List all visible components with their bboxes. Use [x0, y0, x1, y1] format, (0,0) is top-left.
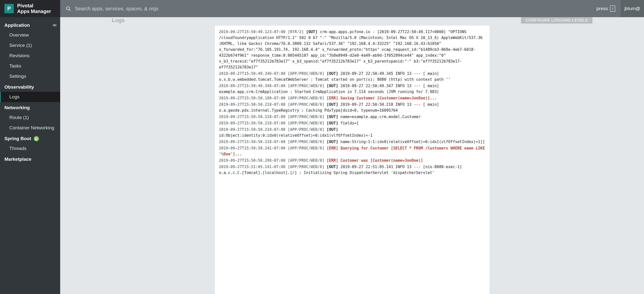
nav-group-label: Observability: [4, 84, 34, 90]
log-line: 2019-09-27T15:50:50.218-07:00 [APP/PROC/…: [219, 102, 485, 113]
panel-header-row: Logs CONFIGURE LOGGING LEVELS: [70, 17, 634, 23]
brand-block: P Pivotal Apps Manager: [0, 0, 60, 17]
log-tag-out: [OUT]: [327, 84, 340, 88]
log-timestamp: 2019-09-27T15:50:50.218-07:00: [219, 115, 286, 119]
log-source: [APP/PROC/WEB/0]: [286, 96, 327, 100]
log-source: [APP/PROC/WEB/0]: [286, 146, 327, 150]
log-timestamp: 2019-09-27T15:50:50.241-07:00: [219, 146, 286, 150]
log-message: name:String:1:1:idx0(relativeOffset)=0:i…: [340, 140, 485, 144]
log-source: [APP/PROC/WEB/0]: [286, 71, 327, 76]
svg-line-1: [69, 9, 70, 11]
log-timestamp: 2019-09-27T15:50:50.218-07:00: [219, 127, 286, 132]
log-tag-err: [ERR]: [327, 96, 340, 100]
main: Logs CONFIGURE LOGGING LEVELS 2019-09-27…: [60, 17, 644, 294]
slash-key-icon: /: [610, 5, 615, 12]
log-message: Customer was [Customer(name=JonDoe)]: [340, 158, 423, 163]
press-hint: press /: [596, 5, 615, 12]
spring-icon: ⏻: [34, 136, 39, 141]
log-timestamp: 2019-09-27T15:50:50.218-07:00: [219, 102, 286, 107]
log-line: 2019-09-27T15:50:49.348-07:00 [APP/PROC/…: [219, 83, 485, 95]
nav-group-label: Marketplace: [4, 157, 32, 162]
log-source: [APP/PROC/WEB/0]: [286, 84, 327, 88]
log-tag-out: [OUT]: [327, 121, 340, 125]
nav-group-label: Application: [4, 22, 30, 28]
brand-line1: Pivotal: [17, 3, 51, 8]
log-timestamp: 2019-09-27T15:50:50.180-07:00: [219, 96, 286, 100]
log-line: 2019-09-27T15:50:50.218-07:00 [APP/PROC/…: [219, 114, 485, 120]
log-source: [APP/PROC/WEB/0]: [286, 102, 327, 107]
search-icon: [66, 6, 71, 11]
nav-group-networking[interactable]: Networking: [0, 102, 60, 112]
configure-logging-button[interactable]: CONFIGURE LOGGING LEVELS: [521, 17, 592, 23]
user-menu[interactable]: jblum@: [621, 0, 644, 17]
sidebar-item-threads[interactable]: Threads: [0, 143, 60, 154]
nav-group-observability[interactable]: Observability: [0, 81, 60, 92]
log-message: crm-app.apps.pcfone.io - [2019-09-27T22:…: [219, 30, 483, 69]
nav-group-label: Networking: [4, 105, 30, 110]
log-message: fields=[: [340, 121, 359, 125]
log-line: 2019-09-27T15:50:50.218-07:00 [APP/PROC/…: [219, 139, 485, 145]
sidebar-item-settings[interactable]: Settings: [0, 71, 60, 81]
search-input[interactable]: [75, 6, 593, 11]
brand-line2: Apps Manager: [17, 8, 51, 14]
sidebar-item-overview[interactable]: Overview: [0, 30, 60, 40]
log-timestamp: 2019-09-27T15:50:50.218-07:00: [219, 121, 286, 125]
log-line: 2019-09-27T15:50:50.180-07:00 [APP/PROC/…: [219, 95, 485, 101]
log-line: 2019-09-27T15:50:49.346-07:00 [APP/PROC/…: [219, 71, 485, 82]
sidebar-item-tasks[interactable]: Tasks: [0, 61, 60, 71]
log-timestamp: 2019-09-27T15:51:05.141-07:00: [219, 165, 286, 169]
sidebar-item-service-1-[interactable]: Service (1): [0, 40, 60, 50]
log-message: id:Object:identity:0:idx0(relativeOffset…: [219, 133, 372, 138]
sidebar: Application<<OverviewService (1)Revision…: [0, 17, 60, 294]
sidebar-item-container-networking[interactable]: Container Networking: [0, 123, 60, 133]
log-source: [APP/PROC/WEB/0]: [286, 165, 327, 169]
log-line: 2019-09-27T15:50:50.218-07:00 [APP/PROC/…: [219, 127, 485, 138]
log-line: 2019-09-27T15:51:05.141-07:00 [APP/PROC/…: [219, 164, 485, 176]
nav-group-application[interactable]: Application<<: [0, 20, 60, 30]
brand-logo: P: [4, 4, 14, 13]
log-line: 2019-09-27T15:50:50.218-07:00 [APP/PROC/…: [219, 120, 485, 126]
log-tag-out: [OUT]: [327, 140, 340, 144]
nav-group-spring-boot[interactable]: Spring Boot⏻: [0, 133, 60, 143]
log-tag-out: [OUT]: [327, 71, 340, 76]
log-tag-err: [ERR]: [327, 146, 340, 150]
log-timestamp: 2019-09-27T15:50:50.288-07:00: [219, 158, 286, 163]
topbar: P Pivotal Apps Manager press / jblum@: [0, 0, 644, 17]
log-source: [RTR/2]: [286, 30, 306, 34]
log-tag-out: [OUT]: [327, 127, 338, 132]
log-line: 2019-09-27T15:50:49.123-07:00 [RTR/2] [O…: [219, 29, 485, 70]
log-source: [APP/PROC/WEB/0]: [286, 127, 327, 132]
log-message: name=example.app.crm.model.Customer: [340, 115, 421, 119]
log-message: Saving Customer [Customer(name=JonDoe)].…: [340, 96, 437, 100]
log-source: [APP/PROC/WEB/0]: [286, 115, 327, 119]
nav-group-label: Spring Boot: [4, 136, 31, 141]
log-tag-err: [ERR]: [327, 158, 340, 163]
log-source: [APP/PROC/WEB/0]: [286, 121, 327, 125]
log-tag-out: [OUT]: [327, 165, 340, 169]
log-timestamp: 2019-09-27T15:50:49.346-07:00: [219, 71, 286, 76]
collapse-icon[interactable]: <<: [52, 23, 56, 28]
press-hint-label: press: [596, 6, 608, 11]
log-timestamp: 2019-09-27T15:50:50.218-07:00: [219, 140, 286, 144]
nav-group-marketplace[interactable]: Marketplace: [0, 154, 60, 164]
log-tag-out: [OUT]: [327, 115, 340, 119]
log-tag-out: [OUT]: [327, 102, 340, 107]
log-source: [APP/PROC/WEB/0]: [286, 140, 327, 144]
page-title: Logs: [112, 17, 125, 23]
log-timestamp: 2019-09-27T15:50:49.348-07:00: [219, 84, 286, 88]
brand-text: Pivotal Apps Manager: [17, 3, 51, 14]
sidebar-item-route-1-[interactable]: Route (1): [0, 112, 60, 123]
log-line: 2019-09-27T15:50:50.288-07:00 [APP/PROC/…: [219, 158, 485, 163]
log-tag-out: [OUT]: [306, 30, 320, 34]
sidebar-item-logs[interactable]: Logs: [0, 92, 60, 102]
log-line: 2019-09-27T15:50:50.241-07:00 [APP/PROC/…: [219, 145, 485, 157]
searchbar: press /: [60, 0, 621, 17]
log-source: [APP/PROC/WEB/0]: [286, 158, 327, 163]
log-timestamp: 2019-09-27T15:50:49.123-07:00: [219, 30, 286, 34]
sidebar-item-revisions[interactable]: Revisions: [0, 50, 60, 61]
log-viewer[interactable]: 2019-09-27T15:50:49.123-07:00 [RTR/2] [O…: [215, 25, 490, 294]
